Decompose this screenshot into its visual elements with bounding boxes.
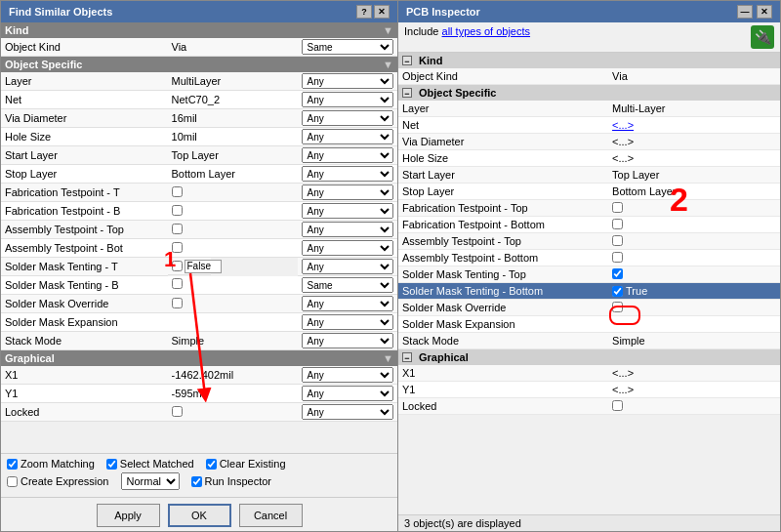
clear-existing-label: Clear Existing xyxy=(220,458,286,470)
table-row: Solder Mask Expansion AnySame xyxy=(1,313,397,332)
match-select[interactable]: AnySame xyxy=(302,222,393,237)
create-expression-item: Create Expression xyxy=(7,475,109,487)
match-select[interactable]: AnySame xyxy=(302,184,393,200)
net-link[interactable]: <...> xyxy=(612,119,634,131)
graphical-collapse-btn[interactable]: − xyxy=(402,352,412,362)
create-expression-check[interactable] xyxy=(7,476,18,487)
help-button[interactable]: ? xyxy=(356,5,372,19)
smt-t-check[interactable] xyxy=(172,261,183,271)
row-match[interactable]: SameAny xyxy=(298,38,397,57)
pcb-close-btn[interactable]: ✕ xyxy=(757,5,772,19)
match-select[interactable]: AnySame xyxy=(302,92,393,107)
asm-test-top-check[interactable] xyxy=(172,224,183,234)
solder-mask-tenting-b-row: Solder Mask Tenting - B SameAny xyxy=(1,276,397,295)
pcb-smt-bot-check[interactable] xyxy=(612,286,623,297)
pcb-graphical-label: Graphical xyxy=(419,351,469,363)
pcb-row: Start Layer Top Layer xyxy=(398,167,780,184)
match-select[interactable]: AnySame xyxy=(302,73,393,89)
pcb-asm-top-check[interactable] xyxy=(612,235,623,246)
pcb-logo-icon: 🔌 xyxy=(751,25,774,49)
pcb-row: Solder Mask Override xyxy=(398,300,780,316)
graphical-section-header: Graphical ▼ xyxy=(1,350,397,367)
smo-check[interactable] xyxy=(172,298,183,308)
object-specific-header: Object Specific ▼ xyxy=(1,57,397,73)
match-select[interactable]: AnySame xyxy=(302,333,393,348)
match-select[interactable]: SameAny xyxy=(302,277,393,293)
match-select[interactable]: AnySame xyxy=(302,296,393,311)
zoom-matching-item: Zoom Matching xyxy=(7,458,95,470)
pcb-asm-bot-check[interactable] xyxy=(612,252,623,263)
checkbox-row-2: Create Expression Normal Run Inspector xyxy=(7,472,391,490)
pcb-row: Assembly Testpoint - Top xyxy=(398,233,780,250)
pcb-row-value: Via xyxy=(608,69,780,83)
clear-existing-check[interactable] xyxy=(206,459,217,470)
select-matched-label: Select Matched xyxy=(120,458,194,470)
obj-specific-collapse-btn[interactable]: − xyxy=(402,88,412,98)
match-select[interactable]: AnySame xyxy=(302,386,393,401)
pcb-row: Fabrication Testpoint - Top xyxy=(398,200,780,217)
status-bar: 3 object(s) are displayed xyxy=(398,514,780,531)
select-matched-item: Select Matched xyxy=(106,458,194,470)
match-select[interactable]: AnySame xyxy=(302,314,393,330)
match-select[interactable]: AnySame xyxy=(302,203,393,219)
expression-mode-select[interactable]: Normal xyxy=(121,472,180,490)
table-row: Net NetC70_2 AnySame xyxy=(1,91,397,109)
match-select[interactable]: AnySame xyxy=(302,166,393,182)
pcb-row: Solder Mask Expansion xyxy=(398,316,780,333)
obj-specific-collapse[interactable]: ▼ xyxy=(383,59,393,70)
pcb-minimize-btn[interactable]: — xyxy=(737,5,753,19)
fab-test-b-check[interactable] xyxy=(172,205,183,216)
ok-button[interactable]: OK xyxy=(168,504,231,527)
pcb-kind-label: Kind xyxy=(419,55,442,66)
pcb-smt-top-check[interactable] xyxy=(612,268,623,279)
button-row: Apply OK Cancel xyxy=(1,497,397,531)
pcb-titlebar-right: — ✕ xyxy=(737,5,772,19)
table-row: Assembly Testpoint - Bot AnySame xyxy=(1,239,397,258)
table-row: Stack Mode Simple AnySame xyxy=(1,332,397,350)
run-inspector-label: Run Inspector xyxy=(205,475,271,487)
kind-collapse-btn[interactable]: − xyxy=(402,56,412,65)
asm-test-bot-check[interactable] xyxy=(172,242,183,253)
table-row: X1 -1462.402mil AnySame xyxy=(1,366,397,385)
pcb-smt-bottom-row-highlighted: Solder Mask Tenting - Bottom True xyxy=(398,283,780,300)
find-similar-objects-panel: Find Similar Objects ? ✕ Kind ▼ Object K… xyxy=(0,0,398,532)
match-select[interactable]: AnySame xyxy=(302,129,393,144)
solder-mask-tenting-t-row: Solder Mask Tenting - T AnySame xyxy=(1,258,397,276)
run-inspector-check[interactable] xyxy=(191,476,202,487)
match-select[interactable]: AnySame xyxy=(302,110,393,126)
pcb-row: Hole Size <...> xyxy=(398,150,780,167)
select-matched-check[interactable] xyxy=(106,459,117,470)
create-expression-label: Create Expression xyxy=(21,475,109,487)
close-button[interactable]: ✕ xyxy=(374,5,390,19)
pcb-titlebar: PCB Inspector — ✕ xyxy=(398,1,780,22)
zoom-matching-check[interactable] xyxy=(7,459,18,470)
titlebar-buttons: ? ✕ xyxy=(356,5,390,19)
pcb-row: Stop Layer Bottom Layer xyxy=(398,184,780,200)
fab-test-t-check[interactable] xyxy=(172,186,183,197)
pcb-row-label: Object Kind xyxy=(398,69,608,83)
smt-b-check[interactable] xyxy=(172,278,183,289)
match-select[interactable]: SameAny xyxy=(302,39,393,55)
match-select[interactable]: AnySame xyxy=(302,367,393,383)
pcb-locked-check[interactable] xyxy=(612,400,623,411)
pcb-fab-top-check[interactable] xyxy=(612,202,623,213)
pcb-row: Y1 <...> xyxy=(398,382,780,398)
all-types-link[interactable]: all types of objects xyxy=(442,25,531,37)
match-select[interactable]: AnySame xyxy=(302,240,393,256)
graphical-collapse[interactable]: ▼ xyxy=(383,352,393,364)
table-row: Locked AnySame xyxy=(1,403,397,422)
cancel-button[interactable]: Cancel xyxy=(239,504,303,527)
match-select[interactable]: AnySame xyxy=(302,147,393,163)
match-select[interactable]: AnySame xyxy=(302,259,393,274)
smt-t-input[interactable] xyxy=(185,260,222,273)
apply-button[interactable]: Apply xyxy=(97,504,160,527)
pcb-header: Include all types of objects 🔌 xyxy=(398,22,780,53)
kind-collapse[interactable]: ▼ xyxy=(383,24,393,36)
graphical-label: Graphical xyxy=(5,352,55,364)
pcb-row: X1 <...> xyxy=(398,365,780,382)
pcb-smo-check[interactable] xyxy=(612,302,623,312)
locked-check[interactable] xyxy=(172,406,183,417)
match-select[interactable]: AnySame xyxy=(302,404,393,420)
clear-existing-item: Clear Existing xyxy=(206,458,286,470)
pcb-fab-bot-check[interactable] xyxy=(612,219,623,229)
